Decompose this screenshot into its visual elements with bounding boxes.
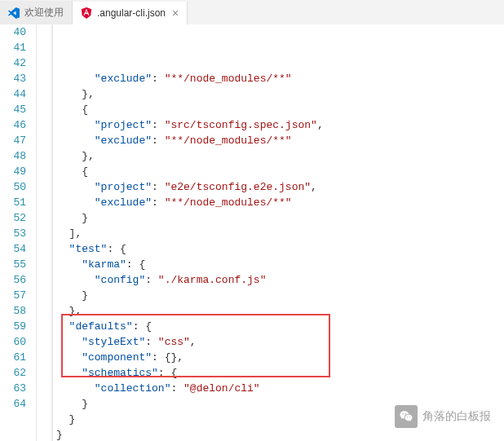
code-line[interactable]: } (56, 210, 504, 226)
code-editor[interactable]: 4041424344454647484950515253545556575859… (0, 24, 504, 441)
code-line[interactable]: "schematics": { (56, 365, 504, 381)
watermark-text: 角落的白板报 (422, 409, 491, 424)
line-number: 41 (0, 40, 26, 55)
code-line[interactable]: "exclude": "**/node_modules/**" (56, 195, 504, 210)
angular-icon (81, 7, 92, 19)
line-number-gutter: 4041424344454647484950515253545556575859… (0, 24, 33, 441)
line-number: 52 (0, 210, 26, 226)
watermark: 角落的白板报 (395, 405, 491, 428)
code-line[interactable]: "defaults": { (56, 319, 504, 334)
line-number: 56 (0, 272, 26, 288)
line-number: 53 (0, 226, 26, 241)
line-number: 47 (0, 133, 26, 148)
line-number: 46 (0, 117, 26, 133)
code-line[interactable]: }, (56, 303, 504, 319)
code-area[interactable]: "exclude": "**/node_modules/**" }, { "pr… (52, 24, 504, 441)
line-number: 48 (0, 148, 26, 164)
line-number: 58 (0, 303, 26, 319)
line-number: 51 (0, 195, 26, 210)
line-number: 49 (0, 164, 26, 179)
code-line[interactable]: "config": "./karma.conf.js" (56, 272, 504, 288)
editor-tabs: 欢迎使用 .angular-cli.json × (0, 0, 504, 24)
line-number: 60 (0, 334, 26, 350)
line-number: 62 (0, 365, 26, 381)
code-line[interactable]: "exclude": "**/node_modules/**" (56, 71, 504, 86)
line-number: 45 (0, 102, 26, 117)
code-line[interactable]: "styleExt": "css", (56, 334, 504, 350)
code-line[interactable]: "exclude": "**/node_modules/**" (56, 133, 504, 148)
code-line[interactable]: { (56, 164, 504, 179)
line-number: 59 (0, 319, 26, 334)
code-line[interactable]: }, (56, 86, 504, 102)
tab-welcome[interactable]: 欢迎使用 (0, 1, 73, 24)
line-number: 63 (0, 381, 26, 396)
wechat-icon (395, 405, 418, 428)
line-number: 44 (0, 86, 26, 102)
tab-label: .angular-cli.json (97, 7, 166, 19)
line-number: 54 (0, 241, 26, 257)
tab-label: 欢迎使用 (24, 6, 64, 20)
code-line[interactable]: "project": "src/tsconfig.spec.json", (56, 117, 504, 133)
code-line[interactable]: }, (56, 148, 504, 164)
code-line[interactable]: "component": {}, (56, 350, 504, 365)
code-line[interactable]: "test": { (56, 241, 504, 257)
close-icon[interactable]: × (172, 7, 179, 20)
code-line[interactable]: } (56, 427, 504, 441)
line-number: 50 (0, 179, 26, 195)
line-number: 42 (0, 55, 26, 71)
code-line[interactable]: "karma": { (56, 257, 504, 272)
code-line[interactable]: "project": "e2e/tsconfig.e2e.json", (56, 179, 504, 195)
line-number: 40 (0, 24, 26, 40)
code-line[interactable]: "collection": "@delon/cli" (56, 381, 504, 396)
line-number: 64 (0, 396, 26, 412)
line-number: 55 (0, 257, 26, 272)
tab-angular-cli[interactable]: .angular-cli.json × (73, 2, 188, 24)
code-line[interactable]: { (56, 102, 504, 117)
code-line[interactable]: ], (56, 226, 504, 241)
indent-guide (36, 24, 52, 441)
code-line[interactable]: } (56, 288, 504, 303)
line-number: 61 (0, 350, 26, 365)
line-number: 43 (0, 71, 26, 86)
line-number: 57 (0, 288, 26, 303)
vscode-icon (8, 7, 20, 19)
